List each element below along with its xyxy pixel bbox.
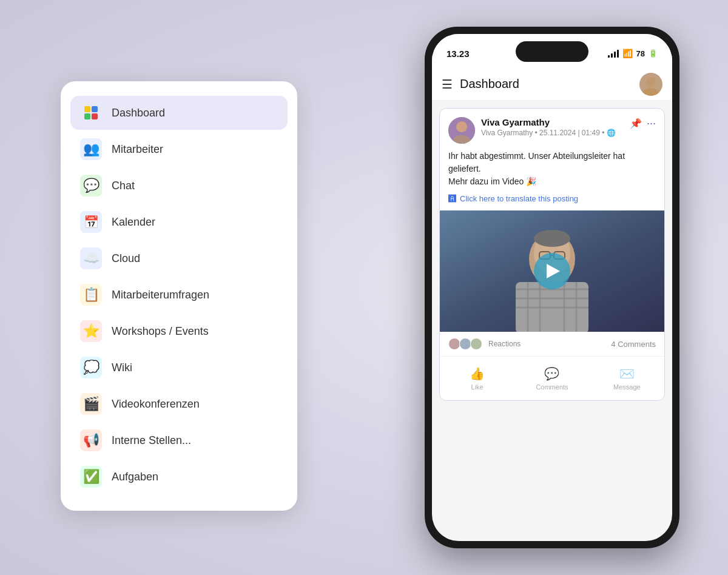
sidebar-item-workshops[interactable]: ⭐ Workshops / Events: [70, 314, 288, 348]
dashboard-icon: [80, 102, 102, 124]
sidebar-item-label: Mitarbeiter: [112, 143, 163, 156]
sidebar-item-mitarbeiterumfragen[interactable]: 📋 Mitarbeiterumfragen: [70, 278, 288, 312]
megaphone-icon: 📢: [80, 429, 102, 451]
user-avatar[interactable]: [639, 73, 662, 96]
svg-point-20: [534, 230, 570, 247]
post-header-actions: 📌 ···: [630, 117, 656, 130]
action-buttons-row: 👍 Like 💬 Comments ✉️ Message: [440, 357, 664, 400]
comments-button[interactable]: 💬 Comments: [514, 361, 589, 395]
svg-point-0: [646, 77, 656, 87]
kalender-icon: 📅: [80, 211, 102, 233]
post-card: Viva Gyarmathy Viva Gyarmathy • 25.11.20…: [439, 108, 665, 401]
play-triangle-icon: [547, 264, 560, 278]
sidebar-item-aufgaben[interactable]: ✅ Aufgaben: [70, 460, 288, 494]
sidebar-item-wiki[interactable]: 💭 Wiki: [70, 351, 288, 385]
tasks-icon: ✅: [80, 466, 102, 488]
sidebar-item-cloud[interactable]: ☁️ Cloud: [70, 241, 288, 275]
video-icon: 🎬: [80, 393, 102, 415]
sidebar-item-interne-stellen[interactable]: 📢 Interne Stellen...: [70, 423, 288, 457]
sidebar-item-label: Dashboard: [112, 107, 165, 119]
workshops-icon: ⭐: [80, 320, 102, 342]
battery-text: 78: [636, 49, 645, 58]
sidebar-item-dashboard[interactable]: Dashboard: [70, 96, 288, 130]
post-meta: Viva Gyarmathy Viva Gyarmathy • 25.11.20…: [481, 117, 624, 137]
like-button[interactable]: 👍 Like: [440, 361, 514, 395]
menu-icon[interactable]: ☰: [442, 77, 453, 92]
pin-icon[interactable]: 📌: [630, 118, 642, 129]
battery-icon: 🔋: [649, 49, 658, 58]
status-time: 13.23: [447, 49, 470, 59]
globe-icon: 🌐: [607, 129, 616, 137]
post-author-avatar: [448, 117, 475, 144]
translate-link[interactable]: 🅰 Click here to translate this posting: [440, 194, 664, 210]
app-title: Dashboard: [460, 77, 632, 91]
sidebar-card: Dashboard 👥 Mitarbeiter 💬 Chat 📅 Kalende…: [61, 81, 297, 511]
sidebar-item-mitarbeiter[interactable]: 👥 Mitarbeiter: [70, 132, 288, 166]
like-icon: 👍: [470, 366, 485, 381]
wifi-icon: 📶: [622, 49, 633, 58]
comments-icon: 💬: [544, 366, 559, 381]
feed-area: Viva Gyarmathy Viva Gyarmathy • 25.11.20…: [432, 101, 672, 541]
signal-icon: [608, 50, 619, 58]
sidebar-item-label: Workshops / Events: [112, 325, 209, 338]
sidebar-item-label: Interne Stellen...: [112, 434, 191, 447]
message-label: Message: [613, 383, 641, 391]
phone-frame: 13.23 📶 78 🔋 ☰ Dashboard: [425, 27, 679, 548]
post-header: Viva Gyarmathy Viva Gyarmathy • 25.11.20…: [440, 109, 664, 150]
reaction-avatars: Reactions: [448, 338, 521, 350]
cloud-icon: ☁️: [80, 247, 102, 269]
sidebar-item-label: Aufgaben: [112, 471, 158, 483]
message-icon: ✉️: [619, 366, 635, 381]
sidebar-item-videokonferenzen[interactable]: 🎬 Videokonferenzen: [70, 387, 288, 421]
sidebar-item-label: Videokonferenzen: [112, 398, 200, 411]
post-video-thumbnail[interactable]: [440, 210, 664, 332]
post-subtitle: Viva Gyarmathy • 25.11.2024 | 01:49 • 🌐: [481, 129, 624, 137]
translate-icon: 🅰: [448, 194, 456, 203]
play-button[interactable]: [534, 253, 570, 289]
svg-point-1: [643, 88, 659, 96]
sidebar-item-label: Kalender: [112, 216, 155, 229]
svg-point-3: [456, 121, 467, 132]
like-label: Like: [471, 383, 484, 391]
sidebar-item-label: Wiki: [112, 361, 132, 374]
dynamic-island: [516, 41, 588, 62]
wiki-icon: 💭: [80, 357, 102, 378]
app-header: ☰ Dashboard: [432, 68, 672, 101]
sidebar-item-label: Chat: [112, 180, 135, 192]
comments-count: 4 Comments: [611, 340, 656, 349]
reactions-bar: Reactions 4 Comments: [440, 332, 664, 357]
mitarbeiter-icon: 👥: [80, 138, 102, 160]
sidebar-item-label: Mitarbeiterumfragen: [112, 289, 209, 301]
post-author-name: Viva Gyarmathy: [481, 117, 624, 127]
more-options-icon[interactable]: ···: [647, 117, 656, 130]
survey-icon: 📋: [80, 284, 102, 306]
sidebar-item-kalender[interactable]: 📅 Kalender: [70, 205, 288, 239]
status-icons: 📶 78 🔋: [608, 49, 658, 58]
chat-icon: 💬: [80, 175, 102, 197]
sidebar-item-chat[interactable]: 💬 Chat: [70, 169, 288, 203]
sidebar-item-label: Cloud: [112, 252, 140, 265]
phone-screen: 13.23 📶 78 🔋 ☰ Dashboard: [432, 34, 672, 541]
message-button[interactable]: ✉️ Message: [590, 361, 664, 395]
comments-label: Comments: [536, 383, 568, 391]
post-text: Ihr habt abgestimmt. Unser Abteilungslei…: [440, 150, 664, 194]
